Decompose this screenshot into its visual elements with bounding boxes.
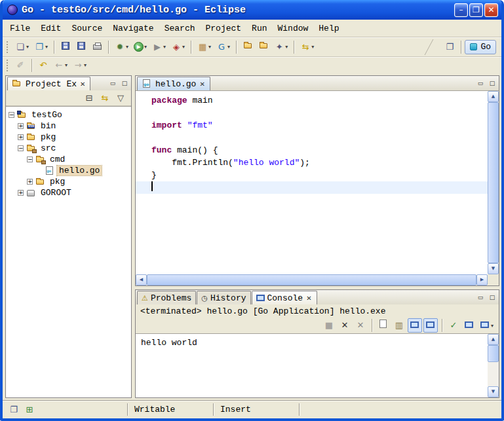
toolbar-grip[interactable] [7, 41, 9, 53]
tab-console[interactable]: Console✕ [252, 291, 317, 304]
clear-console-button[interactable] [376, 318, 391, 333]
eclipse-logo-icon[interactable] [7, 5, 18, 15]
tree-item-goroot[interactable]: +GOROOT [6, 187, 131, 198]
tab-history[interactable]: ◷History [197, 291, 250, 304]
fast-view-button[interactable]: ❐ [7, 403, 21, 417]
scrollbar-thumb[interactable] [147, 274, 476, 285]
save-button[interactable] [58, 40, 73, 54]
code-line[interactable]: package main [136, 94, 488, 107]
menu-help[interactable]: Help [313, 22, 344, 35]
debug-button[interactable]: ✹▾ [113, 40, 130, 54]
tab-project-explorer[interactable]: Project Ex ✕ [7, 77, 90, 90]
close-icon[interactable]: ✕ [305, 295, 312, 302]
minimize-view-button[interactable]: ▭ [107, 78, 118, 88]
run-last-button[interactable]: ▶▾ [150, 40, 168, 54]
scroll-down-button[interactable]: ▼ [488, 386, 499, 397]
tree-expander-icon[interactable]: + [18, 190, 24, 196]
menu-window[interactable]: Window [273, 22, 314, 35]
tree-expander-icon[interactable]: − [9, 112, 14, 118]
tree-item-cmd[interactable]: −cmd [6, 154, 131, 165]
tree-item-pkg[interactable]: +pkg [6, 176, 131, 187]
collapse-all-button[interactable]: ⊟ [82, 91, 96, 105]
code-line[interactable]: import "fmt" [136, 119, 488, 132]
maximize-view-button[interactable]: □ [487, 78, 497, 88]
close-button[interactable]: ✕ [484, 3, 498, 17]
tree-expander-icon[interactable]: + [18, 123, 24, 129]
tree-item-src[interactable]: −src [6, 143, 131, 154]
open-perspective-button[interactable]: ❐ [442, 40, 457, 54]
toolbar-grip[interactable] [7, 60, 9, 71]
code-line[interactable] [136, 107, 488, 119]
display-console-button[interactable] [462, 318, 476, 333]
last-edit-location-button[interactable]: ↶ [36, 58, 50, 73]
open-resource-button[interactable] [241, 40, 255, 54]
menu-run[interactable]: Run [246, 22, 272, 35]
titlebar[interactable]: Go - testGo/src/cmd/hello.go - Eclipse –… [3, 0, 501, 20]
open-console-button[interactable]: ▾ [478, 318, 495, 333]
go-build-button[interactable]: G▾ [214, 40, 232, 54]
vertical-scrollbar[interactable]: ▲ ▼ [488, 334, 499, 397]
tree-item-bin[interactable]: +010bin [6, 120, 131, 132]
tree-expander-icon[interactable]: + [27, 179, 33, 185]
tree-item-pkg[interactable]: +pkg [6, 132, 131, 143]
code-line[interactable]: fmt.Println("hello world"); [136, 156, 488, 169]
menu-navigate[interactable]: Navigate [107, 22, 159, 35]
maximize-view-button[interactable]: □ [119, 78, 130, 88]
run-button[interactable]: ▶▾ [132, 40, 149, 54]
link-with-editor-button[interactable]: ⇆ [98, 91, 112, 105]
pin-console-button[interactable]: ✓ [446, 318, 461, 333]
close-icon[interactable]: ✕ [79, 81, 86, 88]
save-all-button[interactable] [74, 40, 88, 54]
scroll-up-button[interactable]: ▲ [488, 334, 499, 345]
close-icon[interactable]: ✕ [199, 81, 205, 88]
code-editor[interactable]: package mainimport "fmt"func main() { fm… [136, 91, 488, 274]
maximize-button[interactable]: ❐ [469, 3, 483, 17]
tree-expander-icon[interactable]: + [18, 134, 24, 140]
go-perspective-button[interactable]: Go [465, 40, 496, 54]
show-stderr-button[interactable] [423, 318, 438, 333]
tab-problems[interactable]: ⚠Problems [137, 291, 196, 304]
minimize-view-button[interactable]: ▭ [475, 292, 486, 302]
show-stdout-button[interactable] [408, 318, 422, 333]
new-go-element-button[interactable]: ❐▾ [32, 40, 50, 54]
maximize-view-button[interactable]: □ [487, 292, 497, 302]
scroll-lock-button[interactable]: ▥ [392, 318, 406, 333]
tree-item-testgo[interactable]: −testGo [6, 109, 131, 120]
tree-item-hello-go[interactable]: gohello.go [6, 165, 131, 176]
new-wizard-button[interactable]: ❏▾ [13, 40, 31, 54]
tab-hello-go[interactable]: go hello.go ✕ [137, 77, 210, 90]
code-line[interactable]: func main() { [136, 144, 488, 156]
print-button[interactable] [90, 40, 104, 54]
code-line[interactable]: } [136, 169, 488, 181]
open-type-button[interactable] [256, 40, 271, 54]
search-button[interactable]: ✦▾ [272, 40, 290, 54]
remove-all-launches-button[interactable]: ✕ [353, 318, 368, 333]
new-fast-view-button[interactable]: ⊞ [22, 403, 37, 417]
scroll-up-button[interactable]: ▲ [488, 91, 499, 102]
view-menu-button[interactable]: ▽ [113, 91, 128, 105]
scroll-right-button[interactable]: ▶ [476, 274, 488, 285]
tree-expander-icon[interactable]: − [27, 156, 33, 162]
external-tools-button[interactable]: ◈▾ [169, 40, 187, 54]
menu-project[interactable]: Project [200, 22, 246, 35]
code-line[interactable] [136, 181, 488, 194]
menu-search[interactable]: Search [159, 22, 201, 35]
vertical-scrollbar[interactable]: ▲ ▼ [488, 91, 499, 274]
horizontal-scrollbar[interactable]: ◀ ▶ [136, 274, 488, 285]
new-wizard-button-glyph-icon: ❏ [15, 42, 26, 52]
console-output[interactable]: hello world [136, 334, 488, 397]
code-line[interactable] [136, 132, 488, 144]
minimize-button[interactable]: – [454, 3, 468, 17]
team-sync-button[interactable]: ⇆▾ [298, 40, 316, 54]
scroll-left-button[interactable]: ◀ [136, 274, 147, 285]
scrollbar-thumb[interactable] [488, 102, 499, 263]
scroll-down-button[interactable]: ▼ [488, 263, 499, 274]
minimize-view-button[interactable]: ▭ [475, 78, 486, 88]
tree-expander-icon[interactable]: − [18, 145, 24, 151]
menu-file[interactable]: File [5, 22, 35, 35]
new-go-package-button[interactable]: ▦▾ [195, 40, 213, 54]
menu-source[interactable]: Source [66, 22, 107, 35]
scrollbar-thumb[interactable] [488, 345, 499, 362]
remove-launch-button[interactable]: ✕ [338, 318, 352, 333]
menu-edit[interactable]: Edit [35, 22, 66, 35]
